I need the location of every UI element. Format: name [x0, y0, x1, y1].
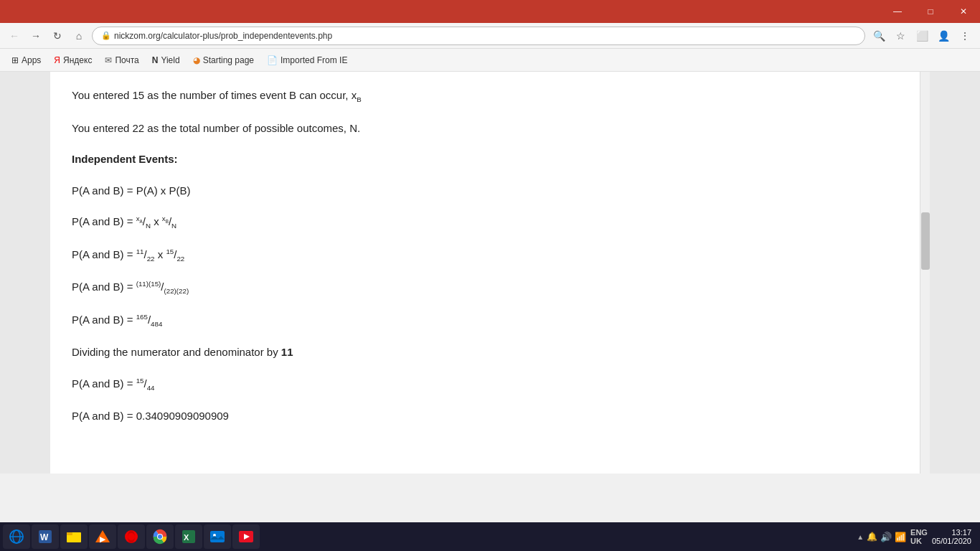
eq3-prefix: P(A and B) = — [72, 248, 136, 260]
bookmark-starting-label: Starting page — [203, 55, 254, 65]
bookmark-apps-label: Apps — [22, 55, 41, 65]
bookmark-apps[interactable]: ⊞ Apps — [6, 52, 47, 68]
yandex-icon: Я — [54, 55, 60, 65]
eq4-num: (11)(15) — [136, 280, 161, 288]
url-input[interactable]: 🔒 nickzom.org/calculator-plus/prob_indep… — [92, 27, 865, 45]
eq6-prefix: P(A and B) = — [72, 377, 136, 390]
xb-subscript: B — [357, 95, 362, 103]
bookmark-starting-page[interactable]: ◕ Starting page — [187, 52, 260, 68]
volume-icon[interactable]: 🔊 — [880, 532, 892, 542]
search-icon[interactable]: 🔍 — [870, 27, 888, 45]
taskbar-vlc-icon[interactable]: ▶ — [89, 524, 116, 549]
imported-icon: 📄 — [267, 55, 278, 65]
scrollbar[interactable] — [920, 72, 930, 474]
eq4-frac: (11)(15)/(22)(22) — [136, 281, 189, 293]
heading-text: Independent Events: — [72, 153, 178, 165]
bookmark-yield-label: Yield — [161, 55, 179, 65]
taskbar-ie-icon[interactable] — [3, 524, 30, 549]
line-xb-text: You entered 15 as the number of times ev… — [72, 89, 357, 101]
taskbar-chrome-icon[interactable] — [146, 524, 174, 549]
bookmark-imported-label: Imported From IE — [281, 55, 347, 65]
taskbar-word-icon[interactable]: W — [32, 524, 59, 549]
eq2-prefix: P(A and B) = — [72, 215, 136, 227]
taskbar-opera-icon[interactable] — [118, 524, 145, 549]
eq3-den1: 22 — [147, 255, 155, 263]
forward-button[interactable]: → — [27, 27, 44, 44]
back-button[interactable]: ← — [6, 27, 23, 44]
clock-group: ENGUK — [910, 528, 928, 545]
svg-text:X: X — [184, 533, 189, 542]
taskbar-explorer-icon[interactable] — [60, 524, 88, 549]
clock-date: 05/01/2020 — [932, 537, 971, 545]
equation-1: P(A and B) = P(A) x P(B) — [72, 182, 908, 200]
eq4-prefix: P(A and B) = — [72, 281, 136, 293]
eq3-times: x — [158, 248, 166, 260]
eq2-n1: N — [146, 222, 151, 230]
page-content: You entered 15 as the number of times ev… — [50, 72, 930, 474]
bookmark-pochta-label: Почта — [115, 55, 138, 65]
taskbar-media-icon[interactable] — [232, 524, 260, 549]
bookmark-star-icon[interactable]: ☆ — [891, 27, 910, 45]
bookmark-imported[interactable]: 📄 Imported From IE — [261, 52, 353, 68]
clock: 13:17 05/01/2020 — [932, 528, 971, 545]
network-icon[interactable]: 📶 — [895, 532, 906, 542]
eq4-den: (22)(22) — [164, 287, 189, 295]
eq5-frac: 165/484 — [136, 314, 163, 326]
line-xb: You entered 15 as the number of times ev… — [72, 86, 908, 106]
eq6-frac: 15/44 — [136, 377, 155, 390]
window-controls: — □ ✕ — [881, 0, 980, 23]
eq1-text: P(A and B) = P(A) x P(B) — [72, 184, 190, 197]
eq2-frac2: xB/N — [162, 215, 176, 227]
page-content-wrapper: You entered 15 as the number of times ev… — [0, 72, 980, 474]
pochta-icon: ✉ — [105, 55, 112, 65]
bookmark-yandex[interactable]: Я Яндекс — [48, 52, 98, 68]
equation-7: P(A and B) = 0.34090909090909 — [72, 407, 908, 425]
eq3-frac2: 15/22 — [166, 248, 184, 260]
line-n: You entered 22 as the total number of po… — [72, 119, 908, 138]
minimize-button[interactable]: — — [881, 0, 914, 23]
equation-2: P(A and B) = xA/N x xB/N — [72, 212, 908, 232]
taskbar: W ▶ X ▲ 🔔 🔊 📶 EN — [0, 522, 980, 551]
svg-rect-17 — [210, 531, 225, 542]
profile-icon[interactable]: 👤 — [934, 27, 953, 45]
screenshot-icon[interactable]: ⬜ — [913, 27, 931, 45]
bookmark-yield[interactable]: N Yield — [146, 52, 186, 68]
menu-icon[interactable]: ⋮ — [956, 27, 974, 45]
eq3-frac1: 11/22 — [136, 248, 158, 260]
eq6-den: 44 — [147, 384, 155, 392]
eq5-den: 484 — [151, 320, 162, 328]
address-icon-group: 🔍 ☆ ⬜ 👤 ⋮ — [870, 27, 974, 45]
line-n-text: You entered 22 as the total number of po… — [72, 122, 360, 134]
svg-point-14 — [158, 534, 162, 539]
bookmarks-bar: ⊞ Apps Я Яндекс ✉ Почта N Yield ◕ Starti… — [0, 49, 980, 72]
eq2-xb: xB — [162, 215, 169, 222]
equation-6: P(A and B) = 15/44 — [72, 375, 908, 395]
eq7-text: P(A and B) = 0.34090909090909 — [72, 410, 229, 422]
equation-4: P(A and B) = (11)(15)/(22)(22) — [72, 278, 908, 298]
svg-point-11 — [128, 533, 135, 540]
eq2-xa: xA — [136, 215, 143, 222]
apps-grid-icon: ⊞ — [11, 55, 19, 65]
svg-text:W: W — [40, 532, 49, 542]
close-button[interactable]: ✕ — [947, 0, 980, 23]
taskbar-excel-icon[interactable]: X — [175, 524, 202, 549]
yield-icon: N — [152, 55, 159, 65]
home-button[interactable]: ⌂ — [70, 27, 88, 44]
clock-time: 13:17 — [932, 528, 971, 537]
eq2-frac1: xA/N — [136, 215, 154, 227]
svg-rect-6 — [67, 532, 72, 535]
reload-button[interactable]: ↻ — [49, 27, 66, 44]
maximize-button[interactable]: □ — [914, 0, 947, 23]
eq3-den2: 22 — [176, 255, 184, 263]
taskbar-photos-icon[interactable] — [204, 524, 231, 549]
eq5-num: 165 — [136, 313, 148, 321]
bookmark-pochta[interactable]: ✉ Почта — [99, 52, 144, 68]
systray-chevron[interactable]: ▲ — [857, 533, 864, 541]
titlebar: — □ ✕ — [0, 0, 980, 23]
eq2-times: x — [154, 215, 162, 227]
scrollbar-thumb[interactable] — [921, 212, 930, 270]
eq6-num: 15 — [136, 377, 144, 385]
dividing-line: Dividing the numerator and denominator b… — [72, 343, 908, 362]
starting-page-icon: ◕ — [193, 55, 200, 65]
eq5-prefix: P(A and B) = — [72, 314, 136, 326]
